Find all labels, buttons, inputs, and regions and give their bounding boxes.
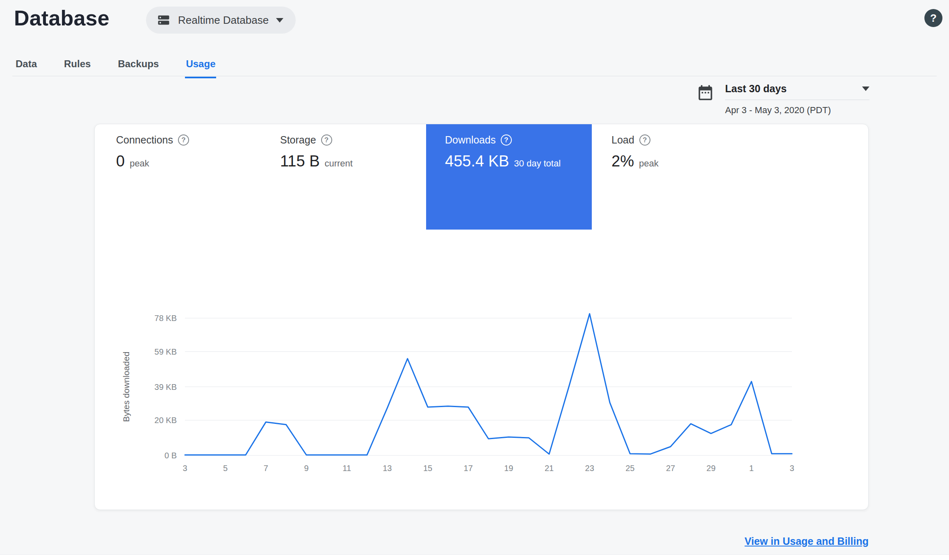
tab-rules[interactable]: Rules (63, 52, 91, 78)
database-icon (157, 13, 171, 27)
usage-billing-link[interactable]: View in Usage and Billing (745, 535, 869, 547)
metric-connections[interactable]: Connections ? 0 peak (116, 134, 189, 170)
help-icon[interactable]: ? (639, 134, 650, 146)
date-range-dropdown: Last 30 days Apr 3 - May 3, 2020 (PDT) (725, 83, 869, 116)
x-tick-label: 1 (749, 464, 754, 473)
metric-label: Downloads (445, 134, 496, 146)
metric-value: 455.4 KB (445, 153, 509, 170)
x-tick-label: 25 (625, 464, 634, 473)
x-tick-label: 3 (182, 464, 187, 473)
x-tick-label: 11 (342, 464, 351, 473)
x-tick-label: 9 (304, 464, 308, 473)
database-selector[interactable]: Realtime Database (146, 7, 296, 34)
x-tick-label: 15 (423, 464, 432, 473)
metric-label: Storage (280, 134, 316, 146)
y-tick-label: 39 KB (155, 382, 177, 392)
tab-data[interactable]: Data (15, 52, 38, 78)
help-icon[interactable]: ? (501, 134, 512, 146)
help-icon[interactable]: ? (321, 134, 332, 146)
help-button[interactable]: ? (924, 9, 942, 27)
x-tick-label: 7 (264, 464, 268, 473)
x-tick-label: 29 (707, 464, 716, 473)
x-tick-label: 27 (666, 464, 675, 473)
x-tick-label: 21 (545, 464, 554, 473)
metric-unit: peak (130, 158, 149, 169)
usage-card: Connections ? 0 peak Storage ? 115 B cur… (94, 124, 869, 510)
metric-label: Load (611, 134, 634, 146)
metric-unit: current (324, 158, 352, 169)
y-tick-label: 0 B (164, 451, 177, 460)
x-tick-label: 5 (223, 464, 228, 473)
y-tick-label: 20 KB (155, 416, 177, 425)
x-tick-label: 23 (585, 464, 594, 473)
metric-downloads-selected[interactable]: Downloads ? 455.4 KB 30 day total (426, 124, 592, 230)
y-tick-label: 78 KB (155, 314, 177, 323)
chevron-down-icon (276, 18, 283, 23)
x-tick-label: 19 (504, 464, 513, 473)
y-axis-label: Bytes downloaded (121, 352, 131, 422)
date-range-preset-row: Last 30 days (725, 83, 869, 100)
x-tick-label: 17 (464, 464, 473, 473)
metric-unit: peak (639, 158, 659, 169)
metric-value: 115 B (280, 153, 319, 170)
help-icon[interactable]: ? (178, 134, 189, 146)
footer-bar (0, 554, 949, 560)
database-tabs: Data Rules Backups Usage (15, 52, 216, 78)
metric-value: 2% (611, 153, 634, 170)
metric-storage[interactable]: Storage ? 115 B current (280, 134, 353, 170)
chevron-down-icon (862, 87, 869, 91)
tabs-divider (12, 76, 937, 76)
metric-value: 0 (116, 153, 125, 170)
date-range-preset: Last 30 days (725, 83, 787, 95)
page-title: Database (14, 6, 110, 30)
metric-load[interactable]: Load ? 2% peak (611, 134, 659, 170)
tab-usage[interactable]: Usage (185, 52, 216, 78)
tab-backups[interactable]: Backups (117, 52, 160, 78)
x-tick-label: 3 (789, 464, 794, 473)
x-tick-label: 13 (383, 464, 392, 473)
downloads-line (185, 314, 792, 455)
calendar-icon (696, 84, 714, 102)
y-tick-label: 59 KB (155, 347, 177, 356)
metric-unit: 30 day total (514, 158, 561, 169)
metric-label: Connections (116, 134, 173, 146)
downloads-chart: 0 B20 KB39 KB59 KB78 KB35791113151719212… (95, 300, 829, 501)
database-selector-label: Realtime Database (178, 14, 269, 27)
date-range-dates: Apr 3 - May 3, 2020 (PDT) (725, 105, 869, 116)
realtime-database-usage-page: Database Realtime Database ? Data Rules … (0, 0, 949, 560)
question-mark-icon: ? (930, 12, 937, 25)
date-range-picker[interactable]: Last 30 days Apr 3 - May 3, 2020 (PDT) (696, 83, 869, 116)
